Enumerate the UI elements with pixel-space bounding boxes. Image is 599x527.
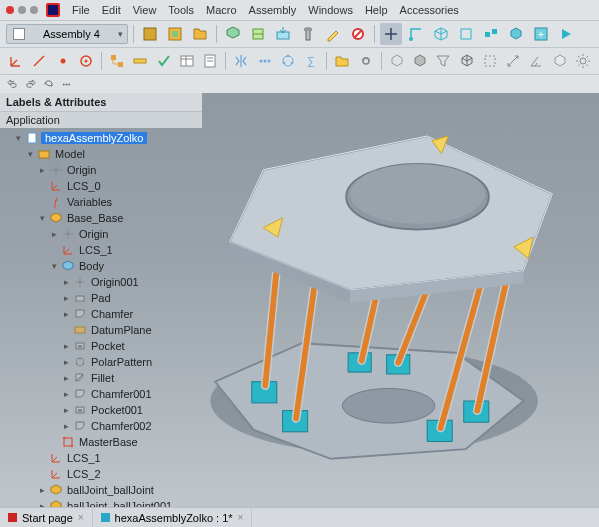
menu-edit[interactable]: Edit xyxy=(96,4,127,16)
insert-link-button[interactable] xyxy=(222,23,244,45)
menu-help[interactable]: Help xyxy=(359,4,394,16)
wire-shaded-button[interactable] xyxy=(456,50,476,72)
isometric-view-button[interactable] xyxy=(430,23,452,45)
tree-node-pad[interactable]: ▸Pad xyxy=(4,290,202,306)
refresh-button[interactable] xyxy=(40,76,56,92)
undo-button[interactable] xyxy=(4,76,20,92)
mirror-button[interactable] xyxy=(231,50,251,72)
menu-macro[interactable]: Macro xyxy=(200,4,243,16)
tree-node-label: ballJoint_ballJoint xyxy=(65,484,156,496)
front-view-button[interactable] xyxy=(455,23,477,45)
tree-node-base-base[interactable]: ▾Base_Base xyxy=(4,210,202,226)
measure-button[interactable] xyxy=(130,50,150,72)
close-icon[interactable]: × xyxy=(78,512,84,523)
measure-angle-button[interactable] xyxy=(526,50,546,72)
hole-tool-button[interactable] xyxy=(76,50,96,72)
tree-node-origin001[interactable]: ▸Origin001 xyxy=(4,274,202,290)
tree-node-pocket001[interactable]: ▸Pocket001 xyxy=(4,402,202,418)
solve-constraints-button[interactable] xyxy=(380,23,402,45)
view-cube-button[interactable] xyxy=(550,50,570,72)
link-selection-button[interactable] xyxy=(355,50,375,72)
tree-node-lcs-2[interactable]: LCS_2 xyxy=(4,466,202,482)
svg-point-34 xyxy=(287,55,289,57)
circular-array-button[interactable] xyxy=(278,50,298,72)
close-icon[interactable]: × xyxy=(238,512,244,523)
show-lcs-button[interactable] xyxy=(405,23,427,45)
new-body-button[interactable] xyxy=(164,23,186,45)
tree-node-balljoint-balljoint[interactable]: ▸ballJoint_ballJoint xyxy=(4,482,202,498)
open-button[interactable] xyxy=(332,50,352,72)
tree-node-label: DatumPlane xyxy=(89,324,154,336)
variant-link-button[interactable] xyxy=(505,23,527,45)
fasteners-button[interactable] xyxy=(297,23,319,45)
tree-node-datumplane[interactable]: DatumPlane xyxy=(4,322,202,338)
workbench-selector[interactable]: Assembly 4 ▾ xyxy=(6,24,128,44)
tree-body[interactable]: ▾hexaAssemblyZolko▾Model▸OriginLCS_0ƒVar… xyxy=(0,128,202,507)
tree-node-label: PolarPattern xyxy=(89,356,154,368)
tree-node-lcs-1[interactable]: LCS_1 xyxy=(4,450,202,466)
expression-array-button[interactable]: ∑ xyxy=(301,50,321,72)
new-group-button[interactable] xyxy=(189,23,211,45)
tree-node-polarpattern[interactable]: ▸PolarPattern xyxy=(4,354,202,370)
main-area: Labels & Attributes Application ▾hexaAss… xyxy=(0,93,599,507)
tree-node-lcs-1[interactable]: LCS_1 xyxy=(4,242,202,258)
add-variable-button[interactable]: + xyxy=(530,23,552,45)
tree-node-label: LCS_0 xyxy=(65,180,103,192)
shaded-button[interactable] xyxy=(410,50,430,72)
tree-node-fillet[interactable]: ▸Fillet xyxy=(4,370,202,386)
tree-root-node[interactable]: ▾hexaAssemblyZolko xyxy=(4,130,202,146)
point-tool-button[interactable] xyxy=(53,50,73,72)
minimize-window-icon[interactable] xyxy=(18,6,26,14)
tree-node-origin[interactable]: ▸Origin xyxy=(4,226,202,242)
toggle-construction-button[interactable] xyxy=(480,50,500,72)
sel-filter-button[interactable] xyxy=(433,50,453,72)
tree-node-model[interactable]: ▾Model xyxy=(4,146,202,162)
tab-document[interactable]: hexaAssemblyZolko : 1* × xyxy=(93,508,253,527)
wireframe-button[interactable] xyxy=(387,50,407,72)
tree-node-body[interactable]: ▾Body xyxy=(4,258,202,274)
bom-button[interactable] xyxy=(200,50,220,72)
tree-node-variables[interactable]: ƒVariables xyxy=(4,194,202,210)
boxes-button[interactable] xyxy=(480,23,502,45)
menu-windows[interactable]: Windows xyxy=(302,4,359,16)
settings-button[interactable] xyxy=(573,50,593,72)
close-window-icon[interactable] xyxy=(6,6,14,14)
maximize-window-icon[interactable] xyxy=(30,6,38,14)
tree-application-row[interactable]: Application xyxy=(0,112,202,128)
tree-view-button[interactable] xyxy=(107,50,127,72)
tree-node-balljoint-balljoint001[interactable]: ▸ballJoint_ballJoint001 xyxy=(4,498,202,507)
menu-accessories[interactable]: Accessories xyxy=(394,4,465,16)
menu-tools[interactable]: Tools xyxy=(162,4,200,16)
tree-header: Labels & Attributes xyxy=(0,93,202,112)
linear-array-button[interactable] xyxy=(255,50,275,72)
tab-start-page[interactable]: Start page × xyxy=(0,508,93,527)
new-sketch-button[interactable] xyxy=(247,23,269,45)
svg-rect-22 xyxy=(118,62,123,67)
menu-assembly[interactable]: Assembly xyxy=(243,4,303,16)
mini-toolbar xyxy=(0,74,599,93)
animate-button[interactable] xyxy=(555,23,577,45)
import-datum-button[interactable] xyxy=(272,23,294,45)
tree-node-chamfer[interactable]: ▸Chamfer xyxy=(4,306,202,322)
tree-node-pocket[interactable]: ▸Pocket xyxy=(4,338,202,354)
new-model-button[interactable] xyxy=(139,23,161,45)
lcs-tool-button[interactable] xyxy=(6,50,26,72)
svg-rect-0 xyxy=(144,28,156,40)
tree-node-masterbase[interactable]: MasterBase xyxy=(4,434,202,450)
more-button[interactable] xyxy=(58,76,74,92)
release-button[interactable] xyxy=(347,23,369,45)
edit-placement-button[interactable] xyxy=(322,23,344,45)
tree-node-chamfer001[interactable]: ▸Chamfer001 xyxy=(4,386,202,402)
tree-node-origin[interactable]: ▸Origin xyxy=(4,162,202,178)
tree-node-lcs-0[interactable]: LCS_0 xyxy=(4,178,202,194)
axis-tool-button[interactable] xyxy=(29,50,49,72)
svg-rect-12 xyxy=(485,32,490,37)
redo-button[interactable] xyxy=(22,76,38,92)
menu-file[interactable]: File xyxy=(66,4,96,16)
config-table-button[interactable] xyxy=(177,50,197,72)
measure-distance-button[interactable] xyxy=(503,50,523,72)
check-button[interactable] xyxy=(154,50,174,72)
menu-view[interactable]: View xyxy=(127,4,163,16)
tab-start-label: Start page xyxy=(22,512,73,524)
tree-node-chamfer002[interactable]: ▸Chamfer002 xyxy=(4,418,202,434)
